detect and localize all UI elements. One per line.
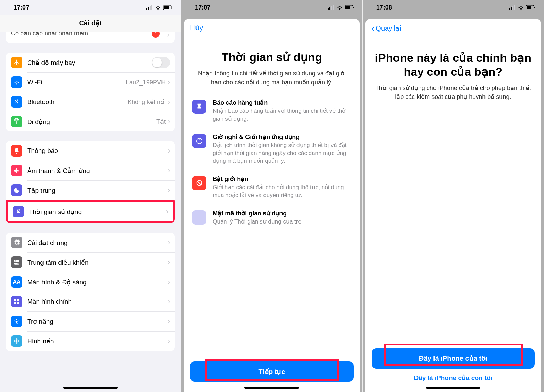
status-bar: 17:07 (0, 0, 181, 15)
feature-desc: Đặt lịch trình thời gian không sử dụng t… (213, 142, 351, 165)
chevron-right-icon: › (166, 207, 168, 216)
row-wifi[interactable]: Wi-Fi Lau2_199PVH › (6, 72, 175, 92)
svg-point-19 (14, 340, 16, 342)
svg-point-20 (18, 340, 19, 342)
settings-screen: 17:07 Cài đặt Có bản cập nhật phần mềm 1… (0, 0, 181, 392)
chevron-right-icon: › (168, 97, 170, 106)
wifi-icon (337, 5, 343, 10)
modal-subtitle: Thời gian sử dụng cho iPhone của trẻ cho… (374, 84, 533, 101)
row-screen-time[interactable]: Thời gian sử dụng › (6, 200, 175, 223)
chevron-right-icon: › (168, 297, 170, 306)
status-time: 17:08 (376, 4, 392, 11)
row-general[interactable]: Cài đặt chung › (6, 233, 175, 252)
svg-rect-14 (17, 302, 19, 304)
screen-time-intro-screen: 17:07 Hủy Thời gian sử dụng Nhận thông t… (181, 0, 362, 392)
modal-sheet: Hủy Thời gian sử dụng Nhận thông tin chi… (184, 19, 359, 392)
button-label: Tiếp tục (259, 368, 285, 375)
svg-rect-2 (150, 6, 151, 10)
status-time: 17:07 (14, 4, 29, 11)
modal-subtitle: Nhận thông tin chi tiết về thời gian sử … (192, 69, 351, 87)
row-sounds[interactable]: Âm thanh & Cảm ứng › (6, 161, 175, 180)
row-label: Thông báo (27, 147, 168, 155)
feature-title: Giờ nghỉ & Giới hạn ứng dụng (213, 133, 351, 141)
cancel-button[interactable]: Hủy (190, 24, 203, 32)
battery-icon (345, 5, 354, 10)
home-indicator[interactable] (244, 387, 299, 389)
row-label: Màn hình & Độ sáng (27, 278, 168, 286)
toggle-switch[interactable] (152, 57, 170, 68)
childs-iphone-button[interactable]: Đây là iPhone của con tôi (414, 374, 493, 382)
hourglass-icon (13, 206, 24, 217)
svg-point-16 (16, 340, 18, 342)
svg-rect-5 (164, 6, 169, 9)
software-update-label: Có bản cập nhật phần mềm (11, 32, 88, 37)
chevron-right-icon: › (168, 317, 170, 326)
speaker-icon (11, 165, 22, 176)
row-value: Tắt (156, 118, 166, 125)
continue-button[interactable]: Tiếp tục (190, 361, 353, 382)
modal-nav: Hủy (184, 19, 359, 37)
row-label: Trung tâm điều khiển (27, 259, 168, 266)
wifi-icon (518, 5, 524, 10)
feature-desc: Giới hạn các cài đặt cho nội dung thô tụ… (213, 184, 351, 199)
gear-icon (11, 237, 22, 248)
chevron-right-icon: › (167, 32, 170, 39)
modal-body: iPhone này là của chính bạn hay con của … (366, 37, 541, 392)
row-wallpaper[interactable]: Hình nền › (6, 331, 175, 351)
software-update-row[interactable]: Có bản cập nhật phần mềm 1 › (6, 32, 175, 43)
badge-icon: 1 (152, 32, 160, 38)
back-button[interactable]: Quay lại (376, 24, 401, 32)
row-focus[interactable]: Tập trung › (6, 180, 175, 200)
feature-desc: Nhận báo cáo hàng tuần với thông tin chi… (213, 107, 351, 123)
svg-rect-6 (172, 7, 172, 8)
status-indicators (146, 5, 173, 10)
row-control-center[interactable]: Trung tâm điều khiển › (6, 252, 175, 272)
home-indicator[interactable] (426, 387, 480, 389)
svg-rect-13 (14, 302, 16, 304)
status-time: 17:07 (195, 4, 210, 11)
row-label: Âm thanh & Cảm ứng (27, 167, 168, 175)
chevron-right-icon: › (168, 78, 170, 87)
bell-icon (11, 145, 22, 157)
chevron-left-icon[interactable]: ‹ (372, 24, 375, 33)
page-title: Cài đặt (0, 15, 181, 32)
svg-rect-3 (151, 5, 152, 10)
row-airplane-mode[interactable]: Chế độ máy bay (6, 53, 175, 72)
svg-point-18 (16, 342, 18, 344)
row-notifications[interactable]: Thông báo › (6, 141, 175, 161)
cellular-icon (509, 5, 516, 10)
chevron-right-icon: › (168, 337, 170, 345)
feature-desc: Quản lý Thời gian sử dụng của trẻ (213, 218, 301, 226)
row-accessibility[interactable]: Trợ năng › (6, 311, 175, 331)
feature-passcode: Mật mã thời gian sử dụng Quản lý Thời gi… (192, 210, 351, 226)
feature-title: Báo cáo hàng tuần (213, 99, 351, 106)
button-label: Đây là iPhone của tôi (419, 355, 488, 362)
svg-rect-22 (329, 7, 330, 10)
modal-title: Thời gian sử dụng (192, 50, 351, 64)
ownership-question-screen: 17:08 ‹ Quay lại iPhone này là của chính… (363, 0, 544, 392)
feature-downtime: Giờ nghỉ & Giới hạn ứng dụng Đặt lịch tr… (192, 133, 351, 165)
row-bluetooth[interactable]: Bluetooth Không kết nối › (6, 92, 175, 112)
svg-point-9 (15, 260, 16, 261)
my-iphone-button[interactable]: Đây là iPhone của tôi (372, 348, 535, 369)
row-value: Không kết nối (128, 98, 166, 106)
svg-rect-1 (148, 7, 149, 10)
row-display[interactable]: AA Màn hình & Độ sáng › (6, 272, 175, 292)
flower-icon (11, 335, 22, 347)
home-indicator[interactable] (63, 387, 118, 389)
moon-icon (11, 184, 22, 196)
row-label: Thời gian sử dụng (29, 208, 166, 216)
clock-icon (192, 134, 206, 148)
status-indicators (509, 5, 536, 10)
row-label: Trợ năng (27, 318, 168, 325)
battery-icon (526, 5, 536, 10)
chevron-right-icon: › (168, 166, 170, 175)
svg-rect-35 (527, 6, 531, 9)
feature-weekly-report: Báo cáo hàng tuần Nhận báo cáo hàng tuần… (192, 99, 351, 123)
row-label: Chế độ máy bay (27, 59, 152, 67)
row-cellular[interactable]: Di động Tắt › (6, 112, 175, 131)
feature-title: Bật giới hạn (213, 175, 351, 183)
svg-rect-26 (345, 6, 350, 9)
row-home-screen[interactable]: Màn hình chính › (6, 292, 175, 311)
airplane-icon (11, 57, 22, 68)
